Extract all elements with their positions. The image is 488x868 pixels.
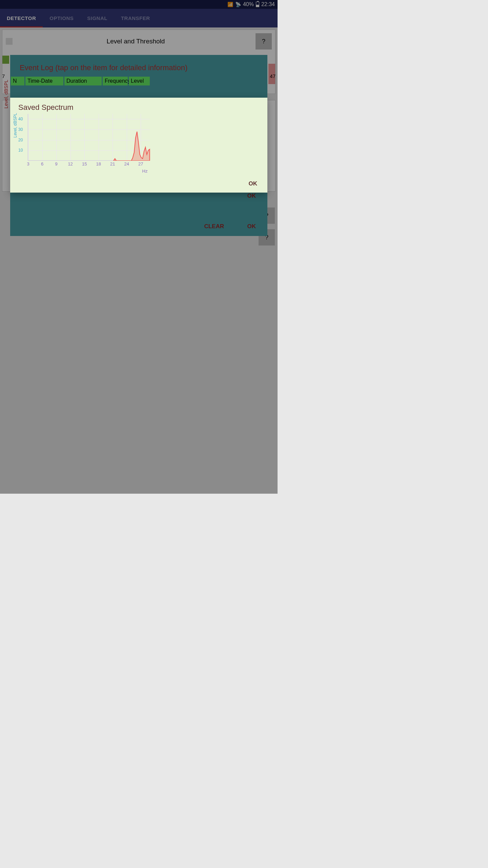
col-level[interactable]: Level	[129, 77, 150, 85]
x-tick: 21	[110, 161, 115, 166]
spectrum-ok-button[interactable]: OK	[249, 180, 258, 187]
clear-button[interactable]: CLEAR	[204, 223, 224, 230]
y-tick: 40	[18, 117, 23, 121]
col-time[interactable]: Time-Date	[25, 77, 63, 85]
spectrum-series	[28, 114, 150, 161]
plot-area: 369121518212427	[28, 114, 150, 161]
y-tick: 30	[18, 127, 23, 132]
x-tick: 3	[27, 161, 29, 166]
x-tick: 6	[41, 161, 43, 166]
detail-ok-button[interactable]: OK	[247, 193, 256, 199]
x-axis-label: Hz	[142, 169, 148, 174]
event-log-header-row: N Time-Date Duration Frequency, Level	[10, 77, 267, 85]
col-dur[interactable]: Duration	[64, 77, 102, 85]
col-n[interactable]: N	[11, 77, 24, 85]
x-tick: 24	[124, 161, 129, 166]
x-tick: 27	[138, 161, 143, 166]
x-tick: 9	[55, 161, 57, 166]
spectrum-plot: Level, dBSPL 369121518212427 Hz 10203040	[26, 114, 264, 162]
col-freq[interactable]: Frequency,	[103, 77, 128, 85]
y-tick: 10	[18, 148, 23, 153]
y-axis-label: Level, dBSPL	[13, 113, 18, 138]
x-tick: 18	[96, 161, 101, 166]
saved-spectrum-dialog: Saved Spectrum Level, dBSPL 369121518212…	[10, 98, 267, 193]
eventlog-ok-button[interactable]: OK	[247, 223, 256, 230]
event-log-title: Event Log (tap on the item for detailed …	[10, 55, 267, 77]
y-tick: 20	[18, 138, 23, 142]
x-tick: 15	[82, 161, 87, 166]
spectrum-title: Saved Spectrum	[10, 98, 267, 114]
x-tick: 12	[68, 161, 73, 166]
